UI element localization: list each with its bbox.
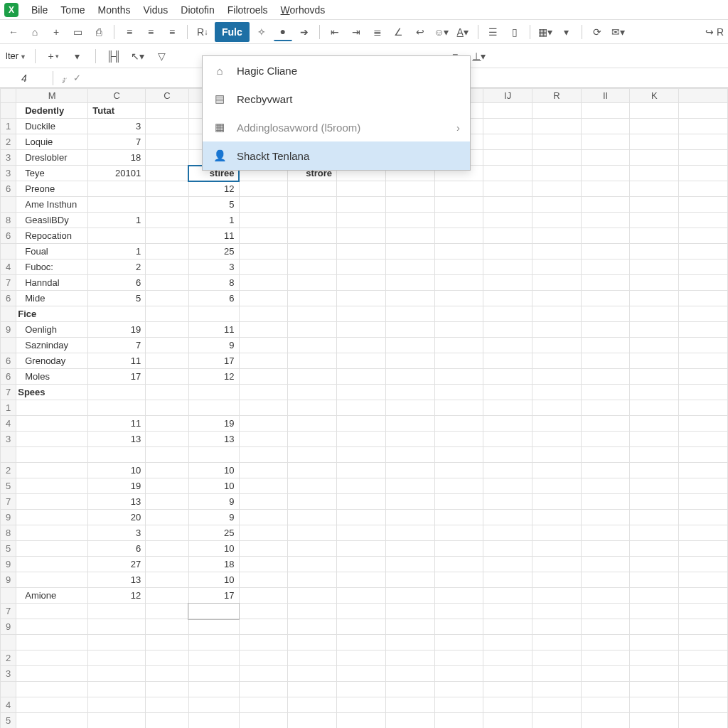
cell[interactable] <box>532 447 581 463</box>
cell[interactable] <box>532 416 581 432</box>
cell[interactable] <box>88 197 146 213</box>
dropdown-item[interactable]: ⌂Hagic Cliane <box>203 56 470 85</box>
row-header[interactable]: 6 <box>1 369 16 385</box>
cell[interactable]: Moles <box>16 369 88 385</box>
dropdown-item[interactable]: ▦Addinglosavword (l5room)› <box>203 113 470 141</box>
cell[interactable] <box>434 572 483 588</box>
cell[interactable] <box>385 494 434 510</box>
cell[interactable] <box>385 259 434 275</box>
cell[interactable] <box>146 259 189 275</box>
cell[interactable] <box>483 572 532 588</box>
cell[interactable] <box>88 447 146 463</box>
cell[interactable] <box>337 635 386 651</box>
corner-cell[interactable] <box>1 89 16 103</box>
cell[interactable] <box>434 447 483 463</box>
back-icon[interactable]: ← <box>4 23 23 41</box>
cell[interactable]: 8 <box>188 275 239 291</box>
cell[interactable] <box>146 635 189 651</box>
cell[interactable] <box>88 682 146 697</box>
cell[interactable] <box>288 510 337 525</box>
cell[interactable] <box>288 572 337 588</box>
cell[interactable] <box>630 666 679 682</box>
cell[interactable] <box>188 306 239 322</box>
cell[interactable] <box>483 432 532 447</box>
cell[interactable] <box>581 682 630 697</box>
cell[interactable] <box>581 697 630 713</box>
cell[interactable]: 9 <box>188 494 239 510</box>
cell[interactable]: 7 <box>88 134 146 150</box>
cell[interactable] <box>630 119 679 134</box>
cell[interactable] <box>679 166 728 181</box>
dropdown-item[interactable]: ▤Recbyvwart <box>203 85 470 113</box>
cell[interactable]: 5 <box>88 291 146 306</box>
cell[interactable] <box>288 666 337 682</box>
cell[interactable] <box>146 103 189 119</box>
redo-icon[interactable]: ↪ R <box>705 23 724 41</box>
mail-icon[interactable]: ✉▾ <box>609 23 628 41</box>
cell[interactable] <box>630 103 679 119</box>
cell[interactable] <box>532 150 581 166</box>
cell[interactable] <box>630 134 679 150</box>
cell[interactable] <box>16 432 88 447</box>
cell[interactable] <box>288 400 337 416</box>
cell[interactable]: Ame Insthun <box>16 197 88 213</box>
cell[interactable] <box>88 385 146 400</box>
cell[interactable] <box>385 557 434 572</box>
cell[interactable] <box>630 525 679 541</box>
chart-icon[interactable]: ╟╢ <box>105 47 123 65</box>
cell[interactable] <box>288 197 337 213</box>
cell[interactable] <box>434 197 483 213</box>
cell[interactable]: 12 <box>188 369 239 385</box>
cell[interactable] <box>337 432 386 447</box>
row-header[interactable]: 9 <box>1 510 16 525</box>
cell[interactable] <box>483 119 532 134</box>
cell[interactable] <box>483 213 532 228</box>
row-header[interactable] <box>1 306 16 322</box>
cell[interactable] <box>434 478 483 494</box>
cell[interactable] <box>581 463 630 478</box>
cell[interactable] <box>434 651 483 666</box>
cell[interactable] <box>16 478 88 494</box>
cell[interactable] <box>679 557 728 572</box>
cell[interactable]: 11 <box>88 353 146 369</box>
cell[interactable] <box>434 541 483 557</box>
cell[interactable] <box>188 604 239 619</box>
cell[interactable] <box>434 619 483 635</box>
cell[interactable] <box>385 666 434 682</box>
cell[interactable] <box>483 103 532 119</box>
cell[interactable] <box>146 572 189 588</box>
cell[interactable] <box>337 666 386 682</box>
row-header[interactable] <box>1 447 16 463</box>
cell[interactable] <box>679 635 728 651</box>
cell[interactable] <box>146 150 189 166</box>
column-header[interactable]: M <box>16 89 88 103</box>
cell[interactable] <box>337 259 386 275</box>
cell[interactable] <box>288 541 337 557</box>
cell[interactable] <box>581 150 630 166</box>
cell[interactable] <box>679 463 728 478</box>
cell[interactable] <box>630 510 679 525</box>
cell[interactable] <box>532 259 581 275</box>
cell[interactable] <box>532 604 581 619</box>
cell[interactable] <box>239 291 288 306</box>
cell[interactable] <box>679 150 728 166</box>
cell[interactable] <box>434 400 483 416</box>
cell[interactable]: 6 <box>88 541 146 557</box>
cell[interactable] <box>532 525 581 541</box>
cell[interactable] <box>679 353 728 369</box>
cell[interactable] <box>385 463 434 478</box>
cell[interactable] <box>434 353 483 369</box>
cell[interactable] <box>88 604 146 619</box>
cell[interactable] <box>483 322 532 338</box>
cell[interactable] <box>532 400 581 416</box>
cell[interactable] <box>239 463 288 478</box>
cell[interactable] <box>581 432 630 447</box>
row-header[interactable]: 7 <box>1 494 16 510</box>
plus-icon[interactable]: + <box>47 23 65 41</box>
cell[interactable] <box>434 697 483 713</box>
row-header[interactable]: 8 <box>1 213 16 228</box>
cell[interactable] <box>288 619 337 635</box>
dropdown-item[interactable]: 👤Shackt Tenlana <box>203 141 470 170</box>
cell[interactable] <box>16 447 88 463</box>
cell[interactable] <box>679 651 728 666</box>
